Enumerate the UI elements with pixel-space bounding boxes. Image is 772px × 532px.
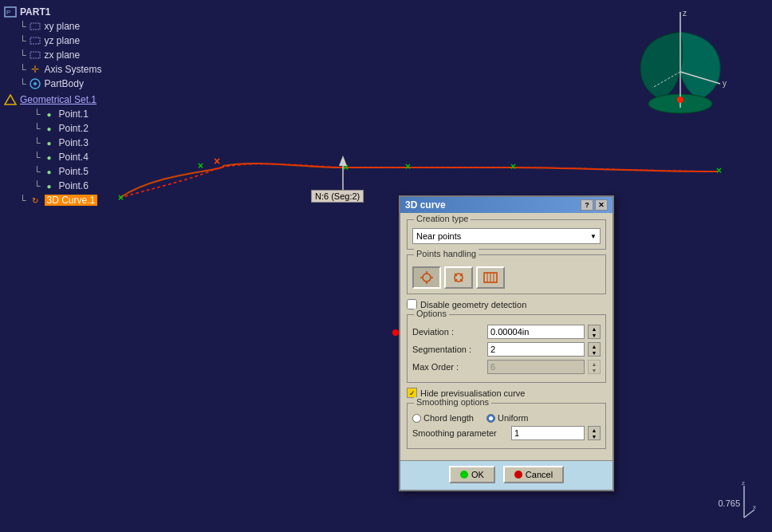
close-button[interactable]: ✕ (595, 199, 608, 211)
tree-item-partbody[interactable]: └ PartBody (19, 77, 172, 91)
creation-type-dropdown[interactable]: Near points ▼ (412, 228, 601, 244)
smoothing-radio-row: Chord length Uniform (412, 413, 601, 423)
creation-type-label: Creation type (414, 214, 471, 223)
deviation-up-icon[interactable]: ▲ (589, 325, 600, 332)
chord-length-option[interactable]: Chord length (412, 413, 474, 423)
options-group: Options Deviation : 0.00004in ▲ ▼ Segmen… (407, 314, 606, 383)
svg-point-16 (33, 82, 37, 85)
svg-text:×: × (510, 161, 516, 172)
points-handling-label: Points handling (414, 249, 479, 258)
dialog-3dcurve: 3D curve ? ✕ Creation type Near points ▼… (399, 195, 614, 491)
deviation-row: Deviation : 0.00004in ▲ ▼ (412, 325, 601, 339)
ph-btn-1[interactable] (412, 266, 441, 289)
creation-type-group: Creation type Near points ▼ (407, 219, 606, 250)
cancel-button[interactable]: Cancel (503, 466, 564, 483)
tree-item-point3[interactable]: └ ● Point.3 (33, 136, 172, 150)
chord-length-label: Chord length (423, 413, 474, 423)
cancel-dot-icon (514, 471, 522, 479)
dialog-body: Creation type Near points ▼ Points handl… (400, 213, 612, 460)
tree-item-point6[interactable]: └ ● Point.6 (33, 179, 172, 193)
tree-item-yz[interactable]: └ yz plane (19, 33, 172, 48)
part1-icon: P (3, 6, 18, 18)
deviation-input[interactable]: 0.00004in (487, 325, 585, 339)
chord-radio-icon[interactable] (412, 414, 421, 423)
svg-text:P: P (6, 9, 10, 16)
segmentation-input[interactable]: 2 (487, 342, 585, 357)
smoothing-group: Smoothing options Chord length Uniform S… (407, 403, 606, 449)
tree-item-point1[interactable]: └ ● Point.1 (33, 107, 172, 121)
point4-icon: ● (42, 151, 57, 164)
axis-bottom-indicator: z x (732, 482, 756, 524)
point5-icon: ● (42, 165, 57, 178)
point1-icon: ● (42, 108, 57, 120)
geoset-icon (3, 93, 18, 106)
curve1-icon: ↻ (28, 194, 42, 207)
svg-text:y: y (723, 79, 727, 88)
seg-up-icon[interactable]: ▲ (589, 343, 600, 349)
maxorder-input: 6 (487, 360, 585, 374)
svg-marker-8 (339, 156, 347, 166)
smoothing-label: Smoothing options (414, 397, 491, 407)
tree-item-point2[interactable]: └ ● Point.2 (33, 121, 172, 136)
svg-point-9 (392, 329, 399, 336)
svg-text:x: x (753, 503, 756, 510)
xy-plane-icon (28, 20, 42, 33)
deviation-label: Deviation : (412, 327, 484, 337)
svg-marker-12 (30, 23, 40, 30)
tree-item-zx[interactable]: └ zx plane (19, 48, 172, 62)
maxorder-down-icon: ▼ (589, 367, 600, 373)
deviation-down-icon[interactable]: ▼ (589, 332, 600, 338)
dialog-titlebar: 3D curve ? ✕ (400, 197, 612, 213)
svg-text:×: × (716, 165, 722, 176)
point2-icon: ● (42, 122, 57, 135)
smooth-down-icon[interactable]: ▼ (589, 433, 600, 439)
points-handling-group: Points handling (407, 254, 606, 294)
tree-item-geoset[interactable]: Geometrical Set.1 (3, 93, 172, 107)
segmentation-spinner[interactable]: ▲ ▼ (588, 342, 601, 357)
tree-item-xy[interactable]: └ xy plane (19, 19, 172, 33)
svg-line-40 (744, 510, 754, 518)
yz-plane-icon (28, 34, 42, 47)
deviation-spinner[interactable]: ▲ ▼ (588, 325, 601, 339)
curve-label: N:6 (Seg:2) (311, 190, 364, 203)
svg-marker-14 (30, 52, 40, 58)
svg-marker-17 (5, 95, 16, 104)
point3-icon: ● (42, 136, 57, 149)
svg-text:z: z (683, 9, 687, 18)
help-button[interactable]: ? (581, 199, 593, 211)
hide-preview-label: Hide previsualisation curve (420, 388, 525, 398)
maxorder-spinner: ▲ ▼ (588, 360, 601, 374)
maxorder-label: Max Order : (412, 362, 484, 372)
tree-item-point4[interactable]: └ ● Point.4 (33, 150, 172, 164)
axis-icon: ✛ (28, 63, 42, 76)
svg-text:×: × (198, 160, 203, 171)
dialog-buttons: OK Cancel (400, 460, 612, 490)
smooth-up-icon[interactable]: ▲ (589, 427, 600, 433)
point6-icon: ● (42, 179, 57, 192)
maxorder-up-icon: ▲ (589, 361, 600, 367)
tree-item-axis[interactable]: └ ✛ Axis Systems (19, 62, 172, 77)
dropdown-arrow-icon: ▼ (590, 233, 597, 240)
uniform-option[interactable]: Uniform (486, 413, 529, 423)
smoothing-param-row: Smoothing parameter 1 ▲ ▼ (412, 426, 601, 440)
ok-button[interactable]: OK (449, 466, 495, 483)
svg-point-23 (677, 97, 683, 103)
ph-btn-2[interactable] (444, 266, 473, 289)
zx-plane-icon (28, 49, 42, 61)
disable-geometry-label: Disable geometry detection (420, 300, 526, 309)
tree-item-point5[interactable]: └ ● Point.5 (33, 164, 172, 179)
ph-btn-3[interactable] (476, 266, 505, 289)
smoothing-param-input[interactable]: 1 (511, 426, 585, 440)
smoothing-param-label: Smoothing parameter (412, 428, 508, 438)
tree-item-curve1[interactable]: └ ↻ 3D Curve.1 (19, 193, 172, 207)
segmentation-label: Segmentation : (412, 345, 484, 354)
smoothing-param-spinner[interactable]: ▲ ▼ (588, 426, 601, 440)
titlebar-buttons: ? ✕ (581, 199, 608, 211)
ok-dot-icon (460, 471, 468, 479)
svg-marker-13 (30, 37, 40, 44)
partbody-icon (28, 77, 42, 90)
seg-down-icon[interactable]: ▼ (589, 349, 600, 356)
creation-type-value: Near points (416, 231, 461, 241)
uniform-radio-icon[interactable] (486, 414, 495, 423)
tree-item-part1[interactable]: P PART1 (3, 5, 172, 19)
